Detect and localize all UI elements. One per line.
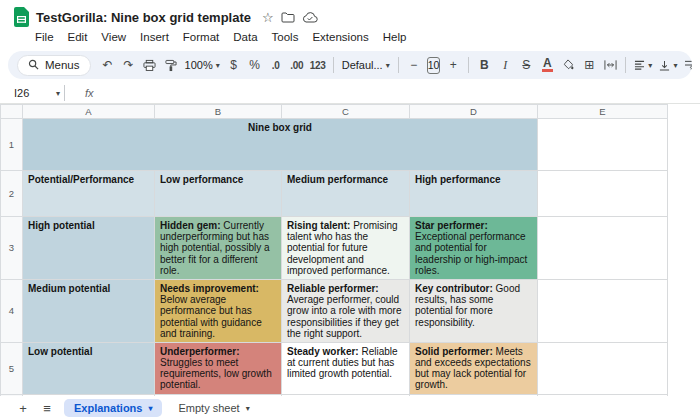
menu-item-view[interactable]: View <box>94 31 133 43</box>
select-all-corner[interactable] <box>1 105 23 119</box>
cell-a2[interactable]: Potential/Performance <box>23 171 155 217</box>
italic-button[interactable]: I <box>495 54 515 76</box>
cell-c3[interactable]: Rising talent: Promising talent who has … <box>282 217 410 280</box>
col-header-b[interactable]: B <box>155 105 282 119</box>
cell-a3[interactable]: High potential <box>23 217 155 280</box>
text-wrap-button[interactable]: ▾ <box>681 60 692 70</box>
menu-item-help[interactable]: Help <box>376 31 414 43</box>
formula-bar: I26 ▾ fx <box>0 83 700 104</box>
doc-title[interactable]: TestGorilla: Nine box grid template <box>36 10 251 25</box>
name-box[interactable]: I26 ▾ <box>14 87 60 99</box>
menu-item-tools[interactable]: Tools <box>265 31 306 43</box>
cell-b3[interactable]: Hidden gem: Currently underperforming bu… <box>155 217 282 280</box>
text-color-button[interactable]: A <box>537 54 557 76</box>
decrease-decimal-button[interactable]: .0 <box>266 54 286 76</box>
redo-button[interactable]: ↷ <box>119 54 139 76</box>
cell-d4[interactable]: Key contributor: Good results, has some … <box>410 279 538 342</box>
currency-format-button[interactable]: $ <box>224 54 244 76</box>
col-header-a[interactable]: A <box>23 105 155 119</box>
menu-item-format[interactable]: Format <box>176 31 226 43</box>
row-header-5[interactable]: 5 <box>1 342 23 394</box>
bold-button[interactable]: B <box>474 54 494 76</box>
menu-item-file[interactable]: File <box>28 31 61 43</box>
print-button[interactable] <box>140 54 160 76</box>
toolbar: Menus ↶ ↷ 100% ▾ $ % .0 .00 123 Defaul..… <box>8 51 692 79</box>
row-header-2[interactable]: 2 <box>1 171 23 217</box>
col-header-d[interactable]: D <box>410 105 538 119</box>
undo-button[interactable]: ↶ <box>98 54 118 76</box>
sheet-tab-explanations[interactable]: Explanations ▾ <box>64 399 162 417</box>
cell-a1-title[interactable]: Nine box grid <box>23 119 538 171</box>
col-header-e[interactable]: E <box>538 105 668 119</box>
borders-button[interactable]: ⊞ <box>579 54 599 76</box>
move-folder-icon[interactable] <box>281 12 295 23</box>
cell-text: Below average performance but has potent… <box>160 294 262 339</box>
cell-a5[interactable]: Low potential <box>23 342 155 394</box>
chevron-down-icon: ▾ <box>216 61 220 70</box>
merge-cells-button[interactable] <box>600 54 620 76</box>
row-header-3[interactable]: 3 <box>1 217 23 280</box>
menu-item-insert[interactable]: Insert <box>133 31 176 43</box>
col-header-c[interactable]: C <box>282 105 410 119</box>
cell-e2[interactable] <box>538 171 668 217</box>
menu-item-extensions[interactable]: Extensions <box>305 31 375 43</box>
horizontal-align-button[interactable]: ▾ <box>631 60 655 70</box>
cell-b4[interactable]: Needs improvement: Below average perform… <box>155 279 282 342</box>
font-name-value: Defaul... <box>342 59 383 71</box>
cloud-status-icon[interactable] <box>302 12 318 23</box>
cell-lead: Star performer: <box>415 220 488 231</box>
toolbar-divider <box>398 57 399 73</box>
cell-a4[interactable]: Medium potential <box>23 279 155 342</box>
font-size-input[interactable]: 10 <box>427 57 441 74</box>
star-icon[interactable]: ☆ <box>262 10 274 25</box>
decrease-font-size-button[interactable]: − <box>404 54 424 76</box>
row-header-4[interactable]: 4 <box>1 279 23 342</box>
cell-lead: Solid performer: <box>415 346 493 357</box>
cell-text: Exceptional performance and potential fo… <box>415 231 527 276</box>
sheet-tab-bar: + ≡ Explanations ▾ Empty sheet ▾ <box>0 396 700 420</box>
zoom-selector[interactable]: 100% ▾ <box>182 59 223 71</box>
increase-font-size-button[interactable]: + <box>443 54 463 76</box>
header-medium-performance: Medium performance <box>287 174 388 185</box>
menu-item-edit[interactable]: Edit <box>61 31 95 43</box>
paint-format-button[interactable] <box>161 54 181 76</box>
cell-lead: Rising talent: <box>287 220 350 231</box>
label-high-potential: High potential <box>28 220 95 231</box>
header-potential-performance: Potential/Performance <box>28 174 134 185</box>
all-sheets-button[interactable]: ≡ <box>36 401 58 416</box>
spreadsheet-area: A B C D E 1 Nine box grid 2 Potential/Pe… <box>0 104 700 396</box>
cell-e1[interactable] <box>538 119 668 171</box>
sheets-logo-icon[interactable] <box>14 7 29 27</box>
font-selector[interactable]: Defaul... ▾ <box>339 59 393 71</box>
cell-c5[interactable]: Steady worker: Reliable at current dutie… <box>282 342 410 394</box>
menubar: File Edit View Insert Format Data Tools … <box>0 28 700 46</box>
cell-lead: Hidden gem: <box>160 220 221 231</box>
number-format-button[interactable]: 123 <box>308 54 328 76</box>
cell-b2[interactable]: Low performance <box>155 171 282 217</box>
cell-d5[interactable]: Solid performer: Meets and exceeds expec… <box>410 342 538 394</box>
percent-format-button[interactable]: % <box>245 54 265 76</box>
cell-e5[interactable] <box>538 342 668 394</box>
menu-item-data[interactable]: Data <box>226 31 264 43</box>
cell-c2[interactable]: Medium performance <box>282 171 410 217</box>
label-medium-potential: Medium potential <box>28 283 110 294</box>
cell-e3[interactable] <box>538 217 668 280</box>
fill-color-button[interactable] <box>558 54 578 76</box>
menus-search-button[interactable]: Menus <box>17 55 91 76</box>
chevron-down-icon: ▾ <box>386 61 390 70</box>
header-high-performance: High performance <box>415 174 501 185</box>
cell-c4[interactable]: Reliable performer: Average performer, c… <box>282 279 410 342</box>
chevron-down-icon: ▾ <box>673 61 677 70</box>
cell-d3[interactable]: Star performer: Exceptional performance … <box>410 217 538 280</box>
label-low-potential: Low potential <box>28 346 92 357</box>
cell-e4[interactable] <box>538 279 668 342</box>
vertical-align-button[interactable]: ▾ <box>656 60 680 71</box>
increase-decimal-button[interactable]: .00 <box>287 54 307 76</box>
row-header-1[interactable]: 1 <box>1 119 23 171</box>
cell-d2[interactable]: High performance <box>410 171 538 217</box>
strikethrough-button[interactable]: S <box>516 54 536 76</box>
add-sheet-button[interactable]: + <box>12 401 34 416</box>
cell-b5[interactable]: Underperformer: Struggles to meet requir… <box>155 342 282 394</box>
sheet-tab-empty-sheet[interactable]: Empty sheet ▾ <box>168 399 259 417</box>
text-color-label: A <box>542 58 553 72</box>
